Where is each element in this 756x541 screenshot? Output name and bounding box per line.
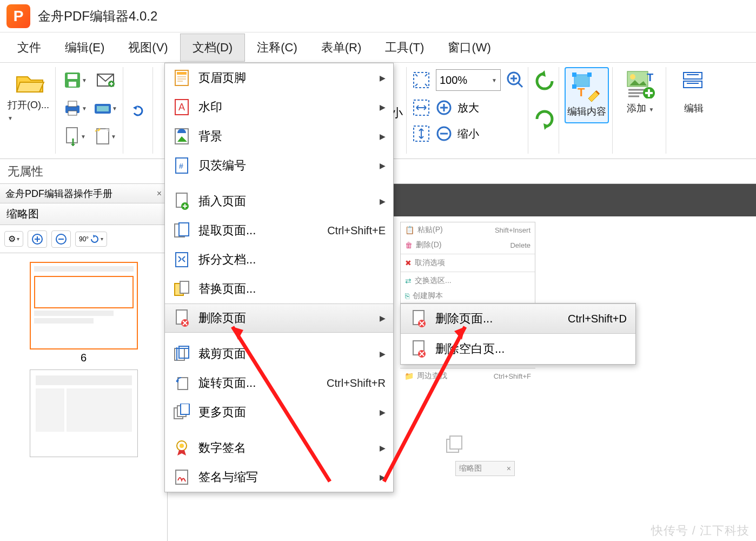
menu-crop-page[interactable]: 裁剪页面▶ bbox=[165, 339, 393, 368]
svg-point-55 bbox=[180, 444, 184, 448]
menu-bar: 文件 编辑(E) 视图(V) 文档(D) 注释(C) 表单(R) 工具(T) 窗… bbox=[0, 32, 756, 63]
left-panel: 金舟PDF编辑器操作手册 × 缩略图 ⚙▾ 90°▾ 6 bbox=[0, 184, 168, 541]
trash-icon: 🗑 bbox=[405, 241, 413, 249]
rotate-ccw-icon[interactable] bbox=[534, 70, 555, 92]
zoom-out-button[interactable]: 缩小 bbox=[412, 124, 479, 143]
thumb-zoom-in-button[interactable] bbox=[28, 230, 47, 248]
svg-rect-43 bbox=[176, 253, 188, 267]
thumbnails-toolbar: ⚙▾ 90°▾ bbox=[0, 225, 167, 253]
ctx-replace-sel[interactable]: ⇄交换选区... bbox=[401, 273, 535, 288]
menu-watermark[interactable]: A 水印▶ bbox=[165, 93, 393, 122]
svg-rect-29 bbox=[684, 81, 702, 88]
sign-abbr-icon bbox=[173, 468, 191, 486]
edit-right-button[interactable]: 编辑 bbox=[672, 67, 716, 118]
svg-rect-21 bbox=[587, 72, 592, 77]
svg-text:T: T bbox=[578, 85, 585, 99]
delete-page-icon bbox=[173, 309, 191, 327]
scan-button[interactable]: ▼ bbox=[91, 95, 120, 121]
svg-rect-56 bbox=[176, 470, 188, 484]
svg-rect-53 bbox=[181, 404, 189, 414]
thumb-settings-button[interactable]: ⚙▾ bbox=[4, 231, 23, 247]
menu-header-footer[interactable]: 页眉页脚▶ bbox=[165, 63, 393, 93]
zoom-combo[interactable]: 100%▼ bbox=[436, 69, 501, 91]
rotate-icon: 90° bbox=[79, 235, 89, 243]
ctx-create-script[interactable]: ⎘创建脚本 bbox=[401, 288, 535, 304]
edit-content-button[interactable]: T 编辑内容 bbox=[565, 67, 609, 123]
delete-submenu: 删除页面...Ctrl+Shift+D 删除空白页... bbox=[400, 303, 636, 365]
bottom-thumb-tab[interactable]: 缩略图× bbox=[455, 461, 515, 476]
watermark-icon: A bbox=[173, 98, 191, 116]
svg-rect-22 bbox=[572, 84, 576, 89]
svg-rect-45 bbox=[180, 281, 189, 293]
swap-icon: ⇄ bbox=[405, 276, 412, 285]
svg-rect-62 bbox=[450, 436, 462, 449]
thumbnail-page-6[interactable] bbox=[30, 262, 138, 349]
svg-rect-1 bbox=[68, 74, 77, 79]
menu-annotate[interactable]: 注释(C) bbox=[245, 34, 309, 61]
menu-more-pages[interactable]: 更多页面▶ bbox=[165, 398, 393, 427]
fit-page-icon[interactable] bbox=[412, 71, 430, 89]
print-button[interactable]: ▼ bbox=[61, 95, 89, 121]
menu-tools[interactable]: 工具(T) bbox=[373, 34, 436, 61]
menu-split-doc[interactable]: 拆分文档... bbox=[165, 245, 393, 274]
save-button[interactable]: ▼ bbox=[61, 67, 89, 93]
menu-file[interactable]: 文件 bbox=[5, 34, 53, 61]
thumbnail-number: 6 bbox=[30, 352, 138, 364]
menu-digital-sign[interactable]: 数字签名▶ bbox=[165, 433, 393, 463]
folder-search-icon: 📁 bbox=[404, 372, 414, 380]
ctx-delete[interactable]: 🗑删除(D)Delete bbox=[401, 237, 535, 253]
menu-edit[interactable]: 编辑(E) bbox=[53, 34, 116, 61]
svg-text:A: A bbox=[178, 102, 185, 113]
submenu-delete-pages[interactable]: 删除页面...Ctrl+Shift+D bbox=[401, 304, 635, 334]
stacked-pages-icon bbox=[445, 433, 466, 454]
rotate-cw-icon[interactable] bbox=[534, 108, 555, 130]
svg-rect-10 bbox=[67, 128, 77, 143]
mail-button[interactable] bbox=[91, 67, 120, 93]
ctx-paste[interactable]: 📋粘贴(P)Shift+Insert bbox=[401, 222, 535, 237]
menu-sign-abbr[interactable]: 签名与缩写▶ bbox=[165, 463, 393, 492]
svg-rect-28 bbox=[684, 72, 702, 79]
menu-replace-page[interactable]: 替换页面... bbox=[165, 274, 393, 304]
ctx-layer-find[interactable]: 📁周边查找Ctrl+Shift+F bbox=[400, 368, 535, 384]
context-menu-2: 📁周边查找Ctrl+Shift+F bbox=[400, 368, 535, 384]
script-icon: ⎘ bbox=[405, 292, 409, 300]
add-button[interactable]: T 添加 ▼ bbox=[618, 67, 662, 118]
svg-point-25 bbox=[630, 74, 635, 80]
menu-document[interactable]: 文档(D) bbox=[180, 34, 246, 62]
menu-bates[interactable]: # 贝茨编号▶ bbox=[165, 151, 393, 180]
title-bar: P 金舟PDF编辑器4.0.2 bbox=[0, 0, 756, 32]
app-logo-icon: P bbox=[6, 4, 30, 28]
zoom-in-button[interactable]: 放大 bbox=[412, 98, 479, 117]
thumb-rotate-button[interactable]: 90°▾ bbox=[75, 232, 107, 247]
menu-delete-page[interactable]: 删除页面▶ bbox=[165, 304, 393, 333]
thumb-zoom-out-button[interactable] bbox=[51, 230, 71, 248]
menu-rotate-page[interactable]: 旋转页面...Ctrl+Shift+R bbox=[165, 368, 393, 398]
gear-icon: ⚙ bbox=[8, 234, 16, 244]
minus-circle-icon bbox=[436, 126, 452, 142]
menu-insert-page[interactable]: 插入页面▶ bbox=[165, 187, 393, 216]
submenu-delete-blank[interactable]: 删除空白页... bbox=[401, 334, 635, 364]
thumbnail-page-7[interactable] bbox=[30, 370, 138, 457]
menu-background[interactable]: 背景▶ bbox=[165, 122, 393, 151]
export-button[interactable]: ▼ bbox=[61, 123, 89, 149]
svg-rect-50 bbox=[178, 378, 188, 390]
context-menu: 📋粘贴(P)Shift+Insert 🗑删除(D)Delete ✖取消选项 ⇄交… bbox=[400, 222, 535, 304]
doc-tab[interactable]: 金舟PDF编辑器操作手册 × bbox=[0, 184, 167, 203]
menu-view[interactable]: 视图(V) bbox=[116, 34, 180, 61]
menu-window[interactable]: 窗口(W) bbox=[436, 34, 502, 61]
open-button[interactable]: 打开(O)... ▼ bbox=[8, 67, 52, 126]
svg-rect-9 bbox=[97, 106, 109, 111]
paste-icon: 📋 bbox=[405, 226, 414, 234]
ctx-dismiss[interactable]: ✖取消选项 bbox=[401, 255, 535, 270]
svg-rect-33 bbox=[177, 72, 187, 75]
undo-button[interactable] bbox=[129, 101, 149, 120]
rotate-page-icon bbox=[173, 374, 191, 392]
menu-extract-page[interactable]: 提取页面...Ctrl+Shift+E bbox=[165, 216, 393, 245]
digital-sign-icon bbox=[173, 439, 191, 457]
close-tab-icon[interactable]: × bbox=[157, 189, 162, 199]
zoom-plus-icon[interactable] bbox=[506, 71, 525, 89]
app-title: 金舟PDF编辑器4.0.2 bbox=[38, 8, 157, 25]
more-pages-icon bbox=[173, 403, 191, 421]
newdoc-button[interactable]: ▼ bbox=[91, 123, 120, 149]
menu-form[interactable]: 表单(R) bbox=[309, 34, 374, 61]
